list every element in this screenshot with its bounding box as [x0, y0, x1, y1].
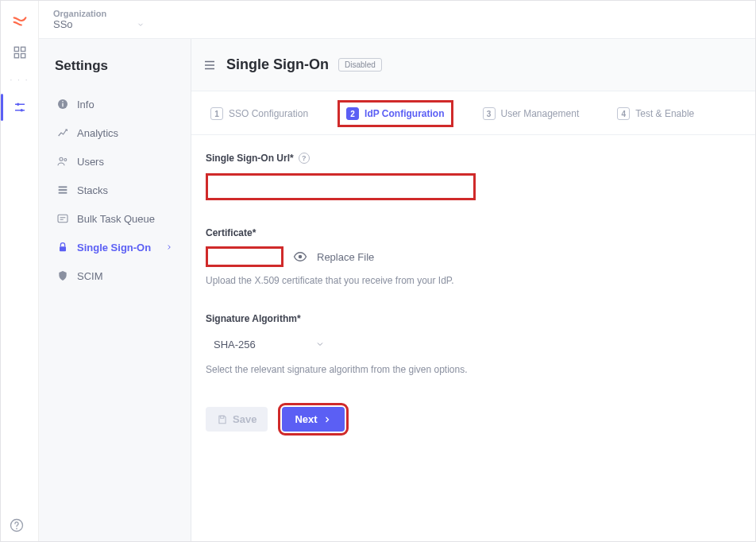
sidebar-item-label: Analytics: [77, 127, 118, 139]
sidebar-item-bulk-task-queue[interactable]: Bulk Task Queue: [50, 204, 179, 233]
queue-icon: [56, 212, 69, 225]
next-button[interactable]: Next: [282, 407, 344, 432]
sidebar-item-info[interactable]: Info: [50, 90, 179, 118]
save-label: Save: [233, 413, 256, 425]
select-value: SHA-256: [214, 339, 256, 350]
svg-rect-2: [14, 54, 18, 58]
step-label: Test & Enable: [635, 108, 694, 119]
label-text: Single Sign-On Url*: [206, 153, 294, 164]
chevron-down-icon: [315, 339, 325, 349]
menu-icon[interactable]: [202, 58, 217, 72]
save-icon: [217, 414, 228, 425]
sso-url-label: Single Sign-On Url* ?: [206, 153, 669, 164]
signature-helper: Select the relevant signature algorithm …: [206, 364, 669, 375]
chevron-right-icon: [322, 415, 332, 424]
certificate-label: Certificate*: [206, 227, 669, 238]
svg-rect-17: [59, 192, 68, 194]
svg-point-5: [17, 103, 19, 106]
svg-rect-12: [62, 101, 63, 102]
step-user-management[interactable]: 3 User Management: [478, 104, 584, 123]
svg-rect-19: [60, 246, 66, 251]
step-number: 2: [346, 107, 359, 120]
step-label: User Management: [501, 108, 580, 119]
lock-icon: [56, 241, 69, 254]
replace-file-link[interactable]: Replace File: [317, 251, 374, 263]
step-label: SSO Configuration: [229, 108, 308, 119]
chevron-down-icon: [137, 21, 145, 29]
org-bar: Organization SSo: [39, 1, 755, 39]
step-test-enable[interactable]: 4 Test & Enable: [612, 104, 699, 123]
step-number: 3: [483, 107, 496, 120]
svg-point-14: [64, 159, 67, 161]
sidebar-item-label: SCIM: [77, 270, 103, 282]
step-label: IdP Configuration: [364, 108, 444, 119]
sidebar-item-label: Info: [77, 99, 94, 110]
sidebar-item-stacks[interactable]: Stacks: [50, 176, 179, 204]
users-icon: [56, 155, 69, 168]
dashboard-icon[interactable]: [11, 44, 29, 61]
svg-rect-1: [21, 47, 25, 51]
label-text: Signature Algorithm*: [206, 313, 301, 324]
step-idp-configuration[interactable]: 2 IdP Configuration: [341, 104, 449, 123]
step-number: 1: [210, 107, 223, 120]
org-selector[interactable]: SSo: [53, 18, 145, 30]
svg-rect-21: [221, 416, 224, 418]
svg-rect-15: [59, 186, 68, 188]
svg-rect-16: [59, 189, 68, 191]
label-text: Certificate*: [206, 227, 256, 238]
signature-algorithm-label: Signature Algorithm*: [206, 313, 669, 324]
svg-rect-11: [62, 103, 63, 107]
sso-url-input[interactable]: [206, 173, 476, 200]
status-badge: Disabled: [338, 58, 382, 72]
settings-icon[interactable]: [11, 99, 29, 116]
org-label: Organization: [53, 9, 145, 18]
page-header: Single Sign-On Disabled: [191, 39, 755, 91]
form-area: Single Sign-On Url* ? Certificate* Repla…: [191, 135, 684, 449]
help-tooltip-icon[interactable]: ?: [299, 153, 310, 164]
sidebar-item-scim[interactable]: SCIM: [50, 261, 179, 290]
sidebar-item-label: Bulk Task Queue: [77, 213, 155, 225]
stacks-icon: [56, 184, 69, 196]
svg-point-9: [16, 528, 17, 529]
rail-divider: · · ·: [10, 75, 29, 84]
certificate-helper: Upload the X.509 certificate that you re…: [206, 275, 669, 286]
next-label: Next: [295, 413, 317, 425]
svg-rect-18: [58, 215, 68, 222]
save-button: Save: [206, 407, 268, 432]
chevron-right-icon: [165, 243, 173, 251]
step-sso-configuration[interactable]: 1 SSO Configuration: [206, 104, 313, 123]
analytics-icon: [56, 126, 69, 139]
main-content: Single Sign-On Disabled 1 SSO Configurat…: [191, 39, 755, 541]
svg-rect-3: [21, 54, 25, 58]
sidebar-item-label: Users: [77, 156, 104, 168]
svg-point-7: [20, 109, 22, 111]
org-name-text: SSo: [53, 18, 73, 30]
sidebar-item-analytics[interactable]: Analytics: [50, 118, 179, 147]
svg-point-20: [299, 255, 303, 259]
sidebar-title: Settings: [50, 58, 179, 74]
svg-rect-0: [14, 47, 18, 51]
sidebar-item-label: Single Sign-On: [77, 242, 151, 254]
svg-point-13: [60, 157, 63, 161]
info-icon: [56, 98, 69, 110]
page-title: Single Sign-On: [226, 56, 329, 73]
eye-icon[interactable]: [293, 250, 307, 264]
settings-sidebar: Settings Info Analytics Users Stacks Bul…: [39, 39, 191, 541]
certificate-file-box[interactable]: [206, 246, 284, 267]
stepper: 1 SSO Configuration 2 IdP Configuration …: [191, 91, 755, 135]
help-icon[interactable]: [9, 517, 25, 533]
sidebar-item-users[interactable]: Users: [50, 147, 179, 176]
signature-algorithm-select[interactable]: SHA-256: [206, 332, 333, 356]
shield-icon: [56, 269, 69, 282]
icon-rail: · · ·: [1, 1, 39, 541]
sidebar-item-single-sign-on[interactable]: Single Sign-On: [50, 233, 179, 261]
brand-logo: [11, 12, 29, 29]
sidebar-item-label: Stacks: [77, 184, 108, 196]
step-number: 4: [617, 107, 630, 120]
